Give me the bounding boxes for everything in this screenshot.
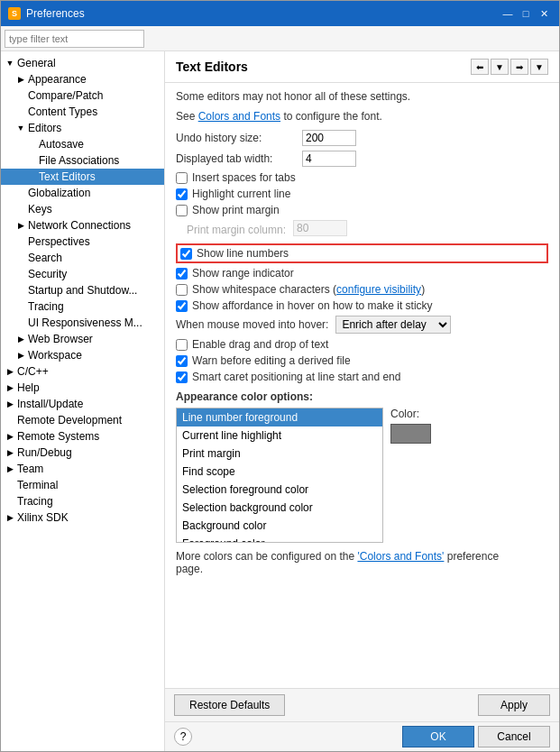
show-print-margin-label: Show print margin [192,204,280,216]
bottom-bar: Restore Defaults Apply [165,688,559,721]
sidebar-item-keys[interactable]: Keys [1,201,164,217]
color-swatch[interactable] [390,424,431,444]
color-item-print-margin[interactable]: Print margin [177,445,382,463]
content-header: Text Editors ⬅ ▼ ➡ ▼ [165,51,559,83]
configure-visibility-link[interactable]: configure visibility [336,283,421,296]
maximize-button[interactable]: □ [518,6,534,21]
color-item-background[interactable]: Background color [177,517,382,535]
restore-defaults-button[interactable]: Restore Defaults [174,694,285,716]
sidebar-item-cpp[interactable]: ▶ C/C++ [1,363,164,380]
smart-caret-row: Smart caret positioning at line start an… [176,371,548,383]
sidebar-item-general[interactable]: ▼ General [1,55,164,71]
tab-width-row: Displayed tab width: [176,151,548,167]
ok-button[interactable]: OK [402,726,474,747]
sidebar-item-perspectives[interactable]: Perspectives [1,234,164,250]
sidebar-item-run-debug[interactable]: ▶ Run/Debug [1,445,164,461]
arrow-icon [15,204,26,215]
sidebar-item-tracing2[interactable]: Tracing [1,493,164,509]
filter-input[interactable] [5,30,144,48]
sidebar-item-workspace[interactable]: ▶ Workspace [1,347,164,363]
arrow-icon [15,90,26,101]
insert-spaces-row: Insert spaces for tabs [176,171,548,184]
sidebar-label: Tracing [26,300,64,313]
sidebar-item-install-update[interactable]: ▶ Install/Update [1,396,164,412]
show-print-margin-checkbox[interactable] [176,205,188,216]
enable-drag-drop-checkbox[interactable] [176,339,188,351]
sidebar-item-remote-development[interactable]: Remote Development [1,412,164,428]
show-whitespace-checkbox[interactable] [176,284,188,296]
sidebar-label: Startup and Shutdow... [26,284,137,297]
show-line-numbers-label: Show line numbers [197,247,289,260]
color-item-line-number[interactable]: Line number foreground [177,408,382,426]
show-line-numbers-checkbox[interactable] [180,248,192,260]
apply-button[interactable]: Apply [478,694,550,716]
sidebar-label: Network Connections [26,219,131,232]
sidebar-item-appearance[interactable]: ▶ Appearance [1,71,164,87]
colors-fonts-link[interactable]: Colors and Fonts [198,110,280,123]
see-label: See [176,110,198,123]
arrow-icon [15,236,26,247]
sidebar-item-search[interactable]: Search [1,250,164,266]
cancel-button[interactable]: Cancel [478,726,550,747]
sidebar-item-content-types[interactable]: Content Types [1,104,164,120]
back-button[interactable]: ⬅ [471,59,489,75]
sidebar-item-startup[interactable]: Startup and Shutdow... [1,282,164,298]
undo-history-input[interactable] [302,130,356,146]
color-item-selection-fg[interactable]: Selection foreground color [177,481,382,499]
color-item-find-scope[interactable]: Find scope [177,463,382,481]
sidebar-item-tracing[interactable]: Tracing [1,298,164,315]
forward-button[interactable]: ➡ [510,59,528,75]
sidebar-item-web-browser[interactable]: ▶ Web Browser [1,331,164,347]
highlight-line-checkbox[interactable] [176,188,188,200]
arrow-icon [26,171,37,182]
footer-note3: page. [176,563,203,575]
nav-buttons: ⬅ ▼ ➡ ▼ [471,59,548,75]
close-button[interactable]: ✕ [536,6,552,21]
sidebar-item-remote-systems[interactable]: ▶ Remote Systems [1,428,164,445]
smart-caret-checkbox[interactable] [176,371,188,383]
sidebar-item-terminal[interactable]: Terminal [1,477,164,493]
nav-dropdown-button[interactable]: ▼ [491,59,509,75]
arrow-icon: ▶ [15,334,26,344]
show-range-indicator-row: Show range indicator [176,267,548,280]
help-button[interactable]: ? [174,728,192,746]
arrow-icon [15,285,26,296]
color-item-foreground[interactable]: Foreground color [177,535,382,543]
arrow-icon [26,155,37,166]
show-affordance-checkbox[interactable] [176,300,188,312]
sidebar-item-network-connections[interactable]: ▶ Network Connections [1,217,164,234]
color-item-selection-bg[interactable]: Selection background color [177,499,382,517]
insert-spaces-checkbox[interactable] [176,172,188,184]
color-list[interactable]: Line number foreground Current line high… [176,408,383,543]
footer-colors-fonts-link[interactable]: 'Colors and Fonts' [357,550,444,563]
color-item-current-line[interactable]: Current line highlight [177,426,382,445]
sidebar-item-compare-patch[interactable]: Compare/Patch [1,87,164,104]
sidebar-item-autosave[interactable]: Autosave [1,136,164,152]
sidebar-item-file-associations[interactable]: File Associations [1,152,164,169]
show-whitespace-row: Show whitespace characters (configure vi… [176,283,548,296]
undo-history-label: Undo history size: [176,132,302,144]
sidebar-label: Appearance [26,73,87,86]
warn-editing-checkbox[interactable] [176,355,188,367]
sidebar-item-xilinx-sdk[interactable]: ▶ Xilinx SDK [1,509,164,526]
hover-select[interactable]: Enrich after delay Enrich immediately Ne… [335,316,451,334]
sidebar-item-ui-responsiveness[interactable]: UI Responsiveness M... [1,315,164,331]
sidebar-item-text-editors[interactable]: Text Editors [1,169,164,185]
print-margin-input [293,220,347,236]
sidebar-label: Editors [26,122,61,134]
sidebar-item-globalization[interactable]: Globalization [1,185,164,201]
tab-width-input[interactable] [302,151,356,167]
nav-menu-button[interactable]: ▼ [530,59,548,75]
sidebar-item-editors[interactable]: ▼ Editors [1,120,164,136]
minimize-button[interactable]: — [500,6,516,21]
sidebar-item-team[interactable]: ▶ Team [1,461,164,477]
show-range-indicator-checkbox[interactable] [176,268,188,280]
print-margin-column-row: Print margin column: [176,220,548,240]
filter-toolbar [1,26,559,51]
sidebar-label: Web Browser [26,333,93,345]
arrow-icon [5,496,15,507]
see-suffix: to configure the font. [283,110,381,123]
sidebar-item-security[interactable]: Security [1,266,164,282]
sidebar-item-help[interactable]: ▶ Help [1,380,164,396]
sidebar-label: File Associations [37,154,119,167]
